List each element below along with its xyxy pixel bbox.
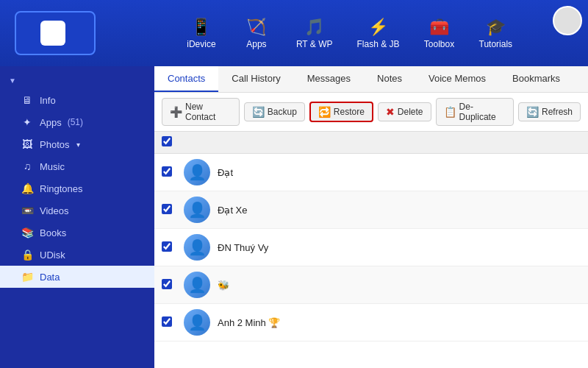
- tab-bar: ContactsCall HistoryMessagesNotesVoice M…: [154, 66, 588, 93]
- tab-bookmarks[interactable]: Bookmarks: [499, 66, 573, 92]
- sidebar-item-photos[interactable]: 🖼 Photos ▾: [0, 133, 154, 155]
- sidebar-device-header: ▼: [0, 72, 154, 89]
- sidebar-label-data: Data: [40, 272, 60, 283]
- nav-item-toolbox[interactable]: 🧰 Toolbox: [414, 12, 465, 55]
- nav-icon-tutorials: 🎓: [486, 18, 506, 37]
- sidebar-item-ringtones[interactable]: 🔔 Ringtones: [0, 177, 154, 199]
- sidebar-expand-arrow-photos: ▾: [76, 141, 80, 149]
- nav-item-rt-wp[interactable]: 🎵 RT & WP: [286, 12, 343, 55]
- sidebar-icon-udisk: 🔒: [21, 249, 34, 261]
- tab-contacts[interactable]: Contacts: [154, 66, 218, 92]
- sidebar-item-info[interactable]: 🖥 Info: [0, 89, 154, 111]
- sidebar-label-ringtones: Ringtones: [40, 183, 83, 194]
- sidebar-label-videos: Videos: [40, 205, 69, 216]
- sidebar-icon-music: ♫: [21, 160, 34, 172]
- sidebar-item-data[interactable]: 📁 Data: [0, 266, 154, 288]
- sidebar-icon-books: 📚: [21, 227, 34, 238]
- tab-voice-memos[interactable]: Voice Memos: [415, 66, 499, 92]
- sidebar-label-apps: Apps: [40, 117, 62, 128]
- content-area: ContactsCall HistoryMessagesNotesVoice M…: [154, 66, 588, 368]
- contact-avatar-4: 👤: [184, 272, 210, 298]
- nav-icon-apps: 🏹: [246, 18, 266, 37]
- sidebar-label-info: Info: [40, 95, 56, 106]
- tab-call-history[interactable]: Call History: [218, 66, 293, 92]
- btn-icon-de-duplicate: 📋: [444, 106, 456, 118]
- nav-label-apps: Apps: [246, 39, 266, 49]
- nav-items: 📱 iDevice 🏹 Apps 🎵 RT & WP ⚡ Flash & JB …: [118, 12, 581, 55]
- btn-label-delete: Delete: [398, 107, 423, 117]
- table-row: 👤 Anh 2 Minh 🏆: [154, 304, 588, 342]
- contact-name-3: ĐN Thuý Vy: [218, 242, 581, 253]
- table-row: 👤 Đạt Xe: [154, 191, 588, 229]
- checkbox-input-5[interactable]: [162, 316, 172, 327]
- nav-label-toolbox: Toolbox: [424, 39, 454, 49]
- sidebar-label-udisk: UDisk: [40, 250, 65, 261]
- btn-label-backup: Backup: [268, 107, 297, 117]
- sidebar-item-apps[interactable]: ✦ Apps (51): [0, 111, 154, 133]
- btn-icon-new-contact: ➕: [170, 106, 182, 118]
- toolbar-btn-new-contact[interactable]: ➕ New Contact: [162, 98, 240, 126]
- sidebar-icon-apps: ✦: [21, 116, 34, 128]
- contact-checkbox-4[interactable]: [162, 279, 176, 291]
- nav-label-flash-jb: Flash & JB: [356, 39, 399, 49]
- contact-avatar-5: 👤: [184, 309, 210, 336]
- logo-area: [7, 11, 103, 55]
- contact-checkbox-2[interactable]: [162, 204, 176, 216]
- sidebar: ▼ 🖥 Info ✦ Apps (51) 🖼 Photos ▾ ♫ Music …: [0, 66, 154, 368]
- sidebar-label-music: Music: [40, 161, 65, 172]
- table-row: 👤 Đạt: [154, 154, 588, 191]
- checkbox-input-4[interactable]: [162, 279, 172, 289]
- nav-label-idevice: iDevice: [187, 39, 215, 49]
- sidebar-label-books: Books: [40, 227, 66, 238]
- tab-notes[interactable]: Notes: [364, 66, 415, 92]
- btn-label-refresh: Refresh: [542, 107, 573, 117]
- sidebar-icon-info: 🖥: [21, 94, 34, 106]
- nav-item-flash-jb[interactable]: ⚡ Flash & JB: [346, 12, 409, 55]
- nav-label-tutorials: Tutorials: [479, 39, 513, 49]
- nav-label-rt-wp: RT & WP: [296, 39, 333, 49]
- nav-icon-idevice: 📱: [191, 18, 211, 37]
- sidebar-item-udisk[interactable]: 🔒 UDisk: [0, 244, 154, 266]
- sidebar-icon-photos: 🖼: [21, 138, 34, 150]
- nav-item-tutorials[interactable]: 🎓 Tutorials: [469, 12, 523, 55]
- contact-name-2: Đạt Xe: [218, 205, 581, 216]
- sidebar-item-videos[interactable]: 📼 Videos: [0, 199, 154, 222]
- contact-avatar-2: 👤: [184, 197, 210, 223]
- sidebar-icon-ringtones: 🔔: [21, 183, 34, 194]
- toolbar-btn-de-duplicate[interactable]: 📋 De-Duplicate: [436, 98, 514, 126]
- contact-checkbox-3[interactable]: [162, 241, 176, 254]
- contact-checkbox-1[interactable]: [162, 166, 176, 179]
- logo-box: [15, 11, 96, 55]
- nav-icon-rt-wp: 🎵: [304, 18, 324, 37]
- tab-messages[interactable]: Messages: [294, 66, 364, 92]
- btn-label-restore: Restore: [334, 107, 365, 117]
- contact-checkbox-5[interactable]: [162, 316, 176, 329]
- table-row: 👤 🐝: [154, 266, 588, 304]
- toolbar-btn-delete[interactable]: ✖ Delete: [378, 102, 431, 121]
- contact-avatar-1: 👤: [184, 159, 210, 185]
- nav-icon-toolbox: 🧰: [429, 18, 449, 37]
- select-all-checkbox[interactable]: [162, 136, 172, 146]
- header-check: [162, 136, 184, 149]
- checkbox-input-2[interactable]: [162, 204, 172, 214]
- nav-item-idevice[interactable]: 📱 iDevice: [176, 12, 227, 55]
- toolbar-btn-refresh[interactable]: 🔄 Refresh: [518, 102, 581, 121]
- header-contacts-label: [184, 136, 581, 149]
- sidebar-icon-data: 📁: [21, 271, 34, 283]
- contact-name-5: Anh 2 Minh 🏆: [218, 317, 581, 328]
- btn-label-de-duplicate: De-Duplicate: [459, 102, 506, 122]
- toolbar-btn-restore[interactable]: 🔁 Restore: [309, 102, 373, 122]
- contact-avatar-3: 👤: [184, 234, 210, 261]
- checkbox-input-1[interactable]: [162, 166, 172, 177]
- top-nav: 📱 iDevice 🏹 Apps 🎵 RT & WP ⚡ Flash & JB …: [0, 0, 588, 66]
- corner-badge: [553, 6, 582, 35]
- nav-icon-flash-jb: ⚡: [368, 18, 388, 37]
- toolbar-btn-backup[interactable]: 🔄 Backup: [244, 102, 305, 121]
- btn-icon-backup: 🔄: [252, 106, 265, 118]
- table-row: 👤 ĐN Thuý Vy: [154, 229, 588, 266]
- sidebar-item-books[interactable]: 📚 Books: [0, 222, 154, 244]
- main-layout: ▼ 🖥 Info ✦ Apps (51) 🖼 Photos ▾ ♫ Music …: [0, 66, 588, 368]
- checkbox-input-3[interactable]: [162, 241, 172, 252]
- sidebar-item-music[interactable]: ♫ Music: [0, 155, 154, 177]
- nav-item-apps[interactable]: 🏹 Apps: [231, 12, 282, 55]
